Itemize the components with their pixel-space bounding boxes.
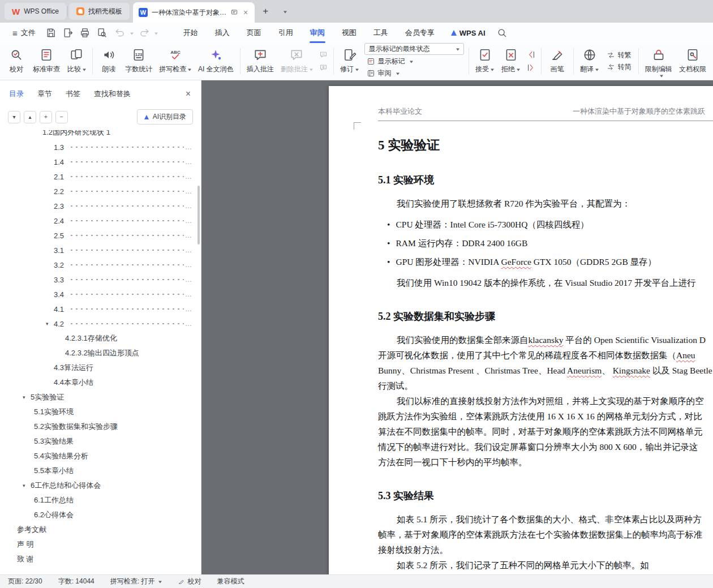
- doc-line[interactable]: 如表 5.1 所示，我们统计了各个数据集的大小、格式、非空体素占比以及两种方: [378, 512, 713, 527]
- doc-heading[interactable]: 5.2 实验数据集和实验步骤: [378, 310, 713, 323]
- doc-line[interactable]: 接射线投射方法。: [378, 542, 713, 557]
- toc-item[interactable]: 5.3实验结果: [0, 434, 201, 449]
- toc-item[interactable]: 3.3…: [0, 272, 201, 287]
- page-indicator[interactable]: 页面: 22/30: [8, 577, 42, 586]
- close-tab-button[interactable]: ×: [242, 8, 249, 17]
- save-button[interactable]: [44, 26, 58, 40]
- menu-tab-引用[interactable]: 引用: [270, 23, 302, 43]
- restrict-editing-button[interactable]: 限制编辑: [642, 45, 676, 76]
- standard-review-button[interactable]: 标准审查: [29, 45, 63, 76]
- doc-line[interactable]: 方法在同一视口下十秒内的平均帧率。: [378, 454, 713, 470]
- collapse-toggle-icon[interactable]: ▾: [46, 321, 54, 327]
- tab-list-button[interactable]: [277, 4, 291, 19]
- toc-item[interactable]: ▾4.2…: [0, 316, 201, 331]
- to-traditional-button[interactable]: 转繁: [604, 50, 634, 61]
- menu-tab-插入[interactable]: 插入: [207, 23, 238, 43]
- toc-item[interactable]: 3.1…: [0, 243, 201, 257]
- scrollbar-thumb[interactable]: [197, 186, 200, 244]
- toc-item[interactable]: ▾5实验验证: [0, 390, 201, 405]
- previous-comment-icon[interactable]: [319, 50, 328, 59]
- show-markup-button[interactable]: 显示标记: [364, 56, 464, 67]
- doc-line[interactable]: •CPU 处理器：Intel Core i5-7300HQ（四核四线程）: [378, 217, 713, 232]
- toc-item[interactable]: 2.4…: [0, 213, 201, 228]
- toc-item[interactable]: 2.5…: [0, 228, 201, 243]
- toc-item[interactable]: 1.2国内外研究现状 1: [0, 130, 201, 140]
- sidebar-scrollbar[interactable]: [197, 135, 200, 571]
- collapse-toggle-icon[interactable]: ▾: [23, 483, 31, 488]
- print-button[interactable]: [78, 26, 92, 40]
- toc-item[interactable]: 4.4本章小结: [0, 375, 201, 390]
- toc-collapse-all-button[interactable]: ▴: [24, 111, 36, 123]
- doc-line[interactable]: 我们实验使用了联想拯救者 R720 作为实验平台，其配置为：: [378, 196, 713, 211]
- delete-comment-button[interactable]: 删除批注: [277, 45, 316, 76]
- doc-line[interactable]: 跳跃方法作为实验组，空体素跳跃方法使用 16 X 16 X 16 的网格单元划分…: [378, 409, 713, 424]
- menu-tab-开始[interactable]: 开始: [175, 23, 207, 43]
- to-simplified-button[interactable]: 转简: [604, 62, 634, 72]
- toc-item[interactable]: 1.3…: [0, 140, 201, 154]
- review-pane-button[interactable]: 审阅: [364, 68, 464, 79]
- toc-item[interactable]: 1.4…: [0, 154, 201, 169]
- track-changes-button[interactable]: 修订: [337, 45, 363, 76]
- toc-zoom-out-button[interactable]: −: [55, 111, 68, 123]
- menu-tab-工具[interactable]: 工具: [365, 23, 397, 43]
- doc-heading[interactable]: 5.3 实验结果: [378, 489, 713, 503]
- close-sidebar-button[interactable]: ×: [186, 89, 191, 99]
- toc-item[interactable]: 参考文献: [0, 522, 201, 537]
- doc-line[interactable]: 行测试。: [378, 378, 713, 393]
- menu-tab-视图[interactable]: 视图: [333, 23, 365, 43]
- print-preview-button[interactable]: [95, 26, 109, 40]
- doc-heading[interactable]: 5.1 实验环境: [378, 173, 713, 187]
- toc-item[interactable]: 4.3算法运行: [0, 360, 201, 375]
- translate-button[interactable]: 翻译: [577, 45, 603, 76]
- sidebar-tab-sections[interactable]: 章节: [37, 89, 52, 99]
- toc-item[interactable]: 5.4实验结果分析: [0, 449, 201, 463]
- doc-line[interactable]: 我们实验使用的数据集全部来源自klacansky 平台的 Open Scient…: [378, 332, 713, 347]
- doc-line[interactable]: Bunny、Christmas Present 、Christmas Tree、…: [378, 363, 713, 378]
- doc-line[interactable]: 开源可视化体数据，使用了其中七个常见的稀疏程度各不相同体数据数据集（Aneu: [378, 347, 713, 363]
- doc-line[interactable]: 情况下的帧率进行对比。我们设定屏幕窗口分辨率大小为 800 X 600，输出并记…: [378, 439, 713, 454]
- toc-item[interactable]: ▾6工作总结和心得体会: [0, 478, 201, 493]
- collapse-ribbon-button[interactable]: [660, 75, 663, 79]
- document-page[interactable]: 本科毕业论文 一种体渲染中基于对象顺序的空体素跳跃 5 实验验证5.1 实验环境…: [329, 86, 713, 574]
- toc-item[interactable]: 2.2…: [0, 184, 201, 199]
- next-comment-icon[interactable]: [319, 63, 328, 72]
- doc-heading[interactable]: 5 实验验证: [378, 136, 713, 154]
- sidebar-tab-bookmarks[interactable]: 书签: [66, 89, 80, 99]
- tab-template-store[interactable]: 找稻壳模板: [69, 3, 130, 20]
- toc-item[interactable]: 3.2…: [0, 257, 201, 272]
- compatibility-mode-indicator[interactable]: 兼容模式: [217, 577, 244, 586]
- spell-check-button[interactable]: ABC 拼写检查: [156, 45, 195, 76]
- document-permission-button[interactable]: 文档权限: [676, 45, 710, 76]
- menu-tab-审阅[interactable]: 审阅: [302, 23, 333, 43]
- spellcheck-status[interactable]: 拼写检查: 打开: [110, 577, 162, 586]
- wps-ai-button[interactable]: WPS AI: [443, 23, 493, 43]
- ai-recognize-toc-button[interactable]: AI识别目录: [137, 109, 193, 125]
- toc-item[interactable]: 4.1…: [0, 302, 201, 316]
- previous-change-icon[interactable]: [526, 50, 536, 59]
- reject-button[interactable]: 拒绝: [498, 45, 524, 76]
- toc-zoom-in-button[interactable]: +: [40, 111, 52, 123]
- document-tab[interactable]: W 一种体渲染中基于对象顺序的 ×: [133, 2, 255, 23]
- redo-button[interactable]: [136, 26, 158, 40]
- compare-button[interactable]: 比较: [63, 45, 89, 76]
- collapse-toggle-icon[interactable]: ▾: [23, 394, 31, 400]
- word-count-button[interactable]: 123 字数统计: [122, 45, 156, 76]
- doc-line[interactable]: •RAM 运行内存：DDR4 2400 16GB: [378, 235, 713, 251]
- file-menu-button[interactable]: ≡ 文件: [6, 23, 42, 43]
- toc-item[interactable]: 声 明: [0, 537, 201, 552]
- menu-tab-页面[interactable]: 页面: [238, 23, 270, 43]
- doc-line[interactable]: 如表 5.2 所示，我们记录了五种不同的网格单元大小下的帧率。如: [378, 557, 713, 573]
- toc-item[interactable]: 5.2实验数据集和实验步骤: [0, 419, 201, 434]
- toc-item[interactable]: 6.1工作总结: [0, 493, 201, 508]
- toc-item[interactable]: 5.5本章小结: [0, 463, 201, 478]
- toc-item[interactable]: 致 谢: [0, 552, 201, 566]
- doc-line[interactable]: 我们以标准的直接射线投射方法作为对照组，并将上文实现的基于对象顺序的空: [378, 393, 713, 409]
- undo-button[interactable]: [111, 26, 134, 40]
- doc-line[interactable]: 我们使用 Win10 19042 版本的操作系统，在 Visual Studio…: [378, 275, 713, 290]
- doc-line[interactable]: •GPU 图形处理器：NVIDIA GeForce GTX 1050（GDDR5…: [378, 254, 713, 269]
- ai-polish-button[interactable]: AI 全文润色: [195, 45, 237, 76]
- toc-item[interactable]: 5.1实验环境: [0, 405, 201, 419]
- insert-comment-button[interactable]: 插入批注: [243, 45, 277, 76]
- proofread-button[interactable]: 校对: [3, 45, 29, 76]
- toc-item[interactable]: 2.1…: [0, 169, 201, 184]
